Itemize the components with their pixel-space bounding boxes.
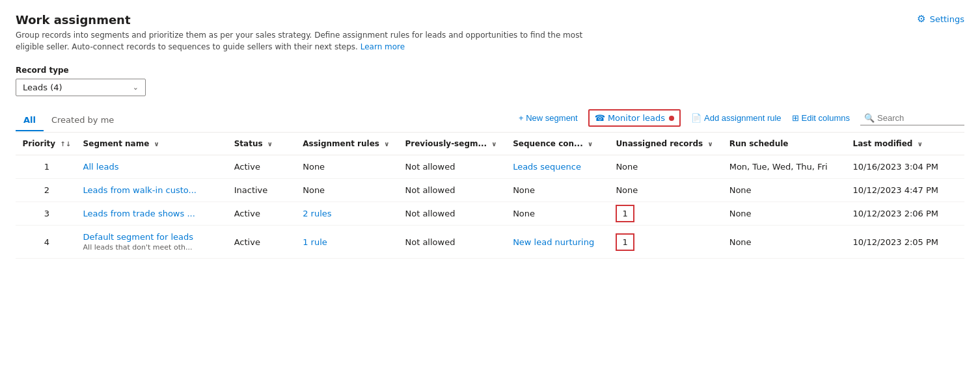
cell-previously-segmented: Not allowed: [400, 179, 508, 202]
page-description: Group records into segments and prioriti…: [16, 29, 601, 53]
sort-icon: ∨: [707, 140, 713, 148]
cell-priority: 1: [16, 155, 78, 179]
record-type-label: Record type: [16, 66, 964, 75]
col-run-schedule: Run schedule: [724, 133, 848, 155]
cell-previously-segmented: Not allowed: [400, 226, 508, 259]
assignment-rule-icon: 📄: [691, 113, 701, 123]
cell-last-modified: 10/12/2023 4:47 PM: [848, 179, 964, 202]
cell-last-modified: 10/12/2023 2:05 PM: [848, 226, 964, 259]
col-segment-name[interactable]: Segment name ∨: [78, 133, 229, 155]
monitor-leads-label: Monitor leads: [608, 113, 665, 123]
cell-segment-name[interactable]: Leads from walk-in custo...: [78, 179, 229, 202]
cell-unassigned-records: None: [610, 179, 724, 202]
edit-columns-icon: ⊞: [792, 113, 799, 123]
cell-segment-name[interactable]: Default segment for leadsAll leads that …: [78, 226, 229, 259]
cell-unassigned-records: 1: [610, 226, 724, 259]
monitor-dot-indicator: [669, 116, 674, 121]
cell-assignment-rules: None: [297, 179, 400, 202]
monitor-leads-button[interactable]: ☎ Monitor leads: [588, 109, 681, 127]
new-segment-label: + New segment: [519, 113, 578, 123]
cell-segment-name[interactable]: Leads from trade shows ...: [78, 202, 229, 226]
col-unassigned-records[interactable]: Unassigned records ∨: [610, 133, 724, 155]
edit-columns-label: Edit columns: [802, 113, 850, 123]
col-assignment-rules[interactable]: Assignment rules ∨: [297, 133, 400, 155]
cell-previously-segmented: Not allowed: [400, 202, 508, 226]
add-assignment-rule-label: Add assignment rule: [704, 113, 782, 123]
sort-icon: ∨: [918, 140, 923, 148]
table-row: 3Leads from trade shows ...Active2 rules…: [16, 202, 964, 226]
sort-icon: ∨: [267, 140, 273, 148]
cell-status: Active: [229, 202, 298, 226]
col-previously-segmented[interactable]: Previously-segm... ∨: [400, 133, 508, 155]
cell-priority: 2: [16, 179, 78, 202]
record-type-dropdown[interactable]: Leads (4) ⌄: [16, 79, 146, 96]
search-input[interactable]: [877, 113, 960, 123]
cell-run-schedule: None: [724, 179, 848, 202]
cell-status: Active: [229, 226, 298, 259]
highlighted-unassigned: 1: [616, 233, 634, 251]
cell-sequence-connect[interactable]: Leads sequence: [508, 155, 610, 179]
cell-unassigned-records: 1: [610, 202, 724, 226]
table-row: 4Default segment for leadsAll leads that…: [16, 226, 964, 259]
cell-run-schedule: None: [724, 202, 848, 226]
table-row: 2Leads from walk-in custo...InactiveNone…: [16, 179, 964, 202]
gear-icon: ⚙: [917, 13, 925, 25]
new-segment-button[interactable]: + New segment: [519, 113, 578, 123]
edit-columns-button[interactable]: ⊞ Edit columns: [792, 113, 850, 123]
cell-assignment-rules[interactable]: 2 rules: [297, 202, 400, 226]
learn-more-link[interactable]: Learn more: [361, 42, 405, 51]
tab-bar: All Created by me: [16, 110, 122, 131]
chevron-down-icon: ⌄: [133, 83, 139, 92]
cell-sequence-connect[interactable]: New lead nurturing: [508, 226, 610, 259]
sort-icon: ∨: [588, 140, 593, 148]
sort-icon: ∨: [491, 140, 497, 148]
cell-run-schedule: Mon, Tue, Wed, Thu, Fri: [724, 155, 848, 179]
cell-priority: 4: [16, 226, 78, 259]
record-type-value: Leads (4): [23, 83, 62, 92]
cell-last-modified: 10/16/2023 3:04 PM: [848, 155, 964, 179]
col-priority[interactable]: Priority ↑↓: [16, 133, 78, 155]
cell-previously-segmented: Not allowed: [400, 155, 508, 179]
settings-button[interactable]: ⚙ Settings: [917, 13, 964, 25]
cell-sequence-connect: None: [508, 179, 610, 202]
cell-priority: 3: [16, 202, 78, 226]
col-last-modified[interactable]: Last modified ∨: [848, 133, 964, 155]
tab-all[interactable]: All: [16, 110, 44, 131]
cell-status: Active: [229, 155, 298, 179]
cell-unassigned-records: None: [610, 155, 724, 179]
segments-table: Priority ↑↓ Segment name ∨ Status ∨ Assi…: [16, 133, 964, 259]
add-assignment-rule-button[interactable]: 📄 Add assignment rule: [691, 113, 782, 123]
page-title: Work assignment: [16, 13, 601, 27]
tab-created-by-me[interactable]: Created by me: [44, 110, 122, 131]
cell-run-schedule: None: [724, 226, 848, 259]
sort-icon: ↑↓: [60, 140, 71, 148]
table-row: 1All leadsActiveNoneNot allowedLeads seq…: [16, 155, 964, 179]
monitor-leads-icon: ☎: [595, 113, 605, 123]
sort-icon: ∨: [154, 140, 159, 148]
cell-status: Inactive: [229, 179, 298, 202]
highlighted-unassigned: 1: [616, 205, 634, 222]
sort-icon: ∨: [384, 140, 389, 148]
search-box[interactable]: 🔍: [860, 111, 964, 125]
cell-segment-name[interactable]: All leads: [78, 155, 229, 179]
cell-sequence-connect: None: [508, 202, 610, 226]
search-icon: 🔍: [864, 113, 875, 123]
col-status[interactable]: Status ∨: [229, 133, 298, 155]
cell-last-modified: 10/12/2023 2:06 PM: [848, 202, 964, 226]
cell-assignment-rules: None: [297, 155, 400, 179]
col-sequence-connect[interactable]: Sequence con... ∨: [508, 133, 610, 155]
cell-assignment-rules[interactable]: 1 rule: [297, 226, 400, 259]
